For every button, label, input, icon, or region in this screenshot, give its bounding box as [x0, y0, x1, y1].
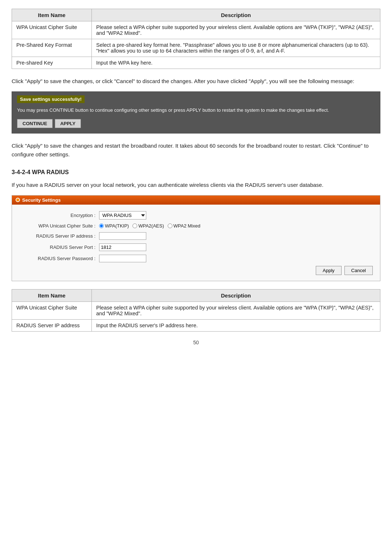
encryption-label: Encryption : — [19, 213, 95, 218]
radius-port-input[interactable] — [99, 243, 146, 251]
encryption-control: WPA RADIUS ▼ — [99, 211, 145, 219]
cipher-mixed-radio[interactable] — [168, 223, 172, 228]
cancel-button[interactable]: Cancel — [344, 266, 373, 275]
para-restart-info: Click "Apply" to save the changes and re… — [12, 141, 380, 159]
cipher-mixed-label: WPA2 Mixed — [173, 223, 200, 229]
col-description: Description — [92, 9, 380, 21]
cipher-suite-control: WPA(TKIP) WPA2(AES) WPA2 Mixed — [99, 223, 200, 229]
radius-port-row: RADIUS Server Port : — [19, 243, 373, 251]
encryption-row: Encryption : WPA RADIUS ▼ — [19, 211, 373, 219]
table-cell-desc: Input the RADIUS server's IP address her… — [92, 319, 380, 331]
encryption-select[interactable]: WPA RADIUS — [99, 211, 146, 219]
table-cell-desc: Please select a WPA cipher suite support… — [92, 21, 380, 39]
security-panel-body: Encryption : WPA RADIUS ▼ WPA Unicast Ci… — [12, 205, 380, 281]
table-cell-desc: Input the WPA key here. — [92, 57, 380, 69]
apply-button-small[interactable]: APPLY — [55, 119, 81, 128]
apply-button[interactable]: Apply — [316, 266, 342, 275]
radius-password-label: RADIUS Server Password : — [19, 256, 95, 261]
table-wpa-psk: Item Name Description WPA Unicast Cipher… — [12, 9, 380, 69]
cipher-mixed-option[interactable]: WPA2 Mixed — [168, 223, 200, 229]
table-cell-desc: Select a pre-shared key format here. "Pa… — [92, 39, 380, 57]
success-message: You may press CONTINUE button to continu… — [17, 107, 375, 114]
table-row: WPA Unicast Cipher Suite — [12, 21, 92, 39]
panel-buttons: Apply Cancel — [19, 266, 373, 275]
cipher-suite-label: WPA Unicast Cipher Suite : — [19, 223, 95, 229]
radius-ip-label: RADIUS Server IP address : — [19, 233, 95, 239]
success-title: Save settings successfully! — [17, 95, 85, 103]
security-settings-panel: Security Settings Encryption : WPA RADIU… — [12, 195, 380, 281]
cipher-tkip-label: WPA(TKIP) — [105, 223, 129, 229]
radius-ip-row: RADIUS Server IP address : — [19, 232, 373, 240]
cipher-suite-row: WPA Unicast Cipher Suite : WPA(TKIP) WPA… — [19, 223, 373, 229]
col-item-name: Item Name — [12, 9, 92, 21]
security-panel-header: Security Settings — [12, 196, 380, 205]
radius-ip-control — [99, 232, 146, 240]
continue-button[interactable]: CONTINUE — [17, 119, 53, 128]
security-panel-title: Security Settings — [22, 197, 61, 203]
radius-password-row: RADIUS Server Password : — [19, 255, 373, 262]
orange-dot-icon — [16, 198, 20, 202]
cipher-aes-radio[interactable] — [132, 223, 137, 228]
radius-ip-input[interactable] — [99, 232, 146, 240]
radius-password-control — [99, 255, 146, 262]
col2-item-name: Item Name — [12, 289, 92, 301]
cipher-aes-label: WPA2(AES) — [138, 223, 164, 229]
page-number: 50 — [12, 340, 380, 345]
success-buttons: CONTINUE APPLY — [17, 119, 375, 128]
success-box: Save settings successfully! You may pres… — [12, 91, 380, 134]
table-row: WPA Unicast Cipher Suite — [12, 301, 92, 319]
radius-password-input[interactable] — [99, 255, 146, 262]
table-radius: Item Name Description WPA Unicast Cipher… — [12, 289, 380, 332]
table-row: Pre-Shared Key Format — [12, 39, 92, 57]
section-heading-wpa-radius: 3-4-2-4 WPA RADIUS — [12, 169, 380, 176]
para-radius-info: If you have a RADIUS server on your loca… — [12, 181, 380, 189]
table-row: Pre-shared Key — [12, 57, 92, 69]
para-apply-info: Click "Apply" to save the changes, or cl… — [12, 77, 380, 86]
table-cell-desc: Please select a WPA cipher suite support… — [92, 301, 380, 319]
cipher-radio-group: WPA(TKIP) WPA2(AES) WPA2 Mixed — [99, 223, 200, 229]
col2-description: Description — [92, 289, 380, 301]
cipher-tkip-radio[interactable] — [99, 223, 104, 228]
cipher-tkip-option[interactable]: WPA(TKIP) — [99, 223, 129, 229]
cipher-aes-option[interactable]: WPA2(AES) — [132, 223, 164, 229]
radius-port-control — [99, 243, 146, 251]
radius-port-label: RADIUS Server Port : — [19, 245, 95, 250]
table-row: RADIUS Server IP address — [12, 319, 92, 331]
